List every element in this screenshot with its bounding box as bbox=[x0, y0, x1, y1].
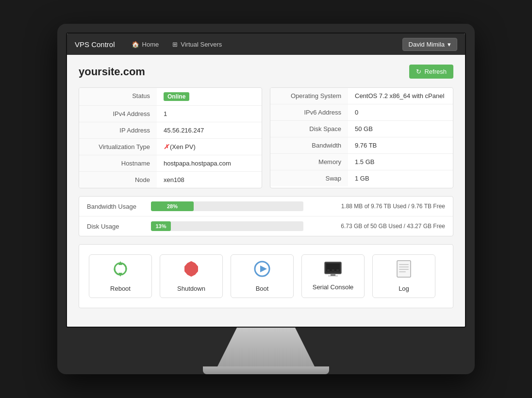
table-row: Memory 1.5 GB bbox=[270, 154, 453, 170]
shutdown-svg bbox=[183, 260, 200, 278]
main-content: yoursite.com ↻ Refresh Status Online bbox=[67, 55, 465, 327]
status-value: Online bbox=[157, 88, 262, 105]
boot-button[interactable]: Boot bbox=[231, 254, 294, 298]
bandwidth-value: 9.76 TB bbox=[348, 137, 453, 153]
svg-rect-13 bbox=[399, 269, 409, 270]
svg-marker-2 bbox=[184, 261, 198, 277]
shutdown-button[interactable]: Shutdown bbox=[160, 254, 223, 298]
disk-progress-container: 13% bbox=[151, 221, 303, 231]
refresh-button[interactable]: ↻ Refresh bbox=[409, 65, 453, 79]
actions-section: Reboot Shutdown bbox=[79, 244, 453, 308]
ipv4-value: 1 bbox=[157, 106, 262, 122]
hostname-label: Hostname bbox=[79, 155, 157, 171]
table-row: Status Online bbox=[79, 88, 262, 106]
log-svg bbox=[397, 260, 411, 278]
log-icon bbox=[397, 260, 411, 280]
boot-icon bbox=[253, 260, 271, 280]
virt-value: ✗(Xen PV) bbox=[157, 139, 262, 155]
svg-rect-14 bbox=[399, 271, 406, 272]
online-badge: Online bbox=[164, 92, 189, 101]
table-row: Operating System CentOS 7.2 x86_64 with … bbox=[270, 88, 453, 104]
navbar: VPS Control 🏠 Home ⊞ Virtual Servers Dav… bbox=[67, 33, 465, 55]
ipv4-label: IPv4 Address bbox=[79, 106, 157, 122]
os-value: CentOS 7.2 x86_64 with cPanel bbox=[348, 88, 453, 104]
xen-icon: ✗ bbox=[164, 143, 169, 150]
disk-usage-row: Disk Usage 13% 6.73 GB of 50 GB Used / 4… bbox=[79, 216, 453, 236]
reboot-button[interactable]: Reboot bbox=[89, 254, 152, 298]
bandwidth-usage-row: Bandwidth Usage 28% 1.88 MB of 9.76 TB U… bbox=[79, 197, 453, 216]
svg-rect-11 bbox=[399, 264, 409, 265]
ip-label: IP Address bbox=[79, 122, 157, 138]
table-row: Swap 1 GB bbox=[270, 170, 453, 186]
ipv6-label: IPv6 Address bbox=[270, 104, 348, 120]
boot-label: Boot bbox=[256, 285, 269, 292]
bandwidth-usage-label: Bandwidth Usage bbox=[87, 203, 145, 210]
svg-rect-12 bbox=[399, 266, 409, 267]
disk-percent-label: 13% bbox=[155, 223, 166, 229]
ipv6-value: 0 bbox=[348, 104, 453, 120]
os-label: Operating System bbox=[270, 88, 348, 104]
swap-value: 1 GB bbox=[348, 170, 453, 186]
svg-rect-7 bbox=[331, 274, 335, 276]
ip-value: 45.56.216.247 bbox=[157, 122, 262, 138]
page-header: yoursite.com ↻ Refresh bbox=[79, 65, 453, 79]
usage-section: Bandwidth Usage 28% 1.88 MB of 9.76 TB U… bbox=[79, 196, 453, 236]
grid-icon: ⊞ bbox=[172, 41, 178, 48]
table-row: Bandwidth 9.76 TB bbox=[270, 137, 453, 154]
table-row: Virtualization Type ✗(Xen PV) bbox=[79, 139, 262, 155]
navbar-brand: VPS Control bbox=[75, 40, 115, 49]
svg-marker-4 bbox=[260, 265, 267, 272]
refresh-icon: ↻ bbox=[416, 68, 421, 75]
dropdown-arrow-icon: ▾ bbox=[448, 41, 451, 48]
serial-console-label: Serial Console bbox=[313, 283, 354, 291]
disk-space-label: Disk Space bbox=[270, 121, 348, 137]
console-svg: _ _ _ bbox=[324, 262, 342, 276]
table-row: IPv4 Address 1 bbox=[79, 106, 262, 122]
table-row: Hostname hostpapa.hostpapa.com bbox=[79, 155, 262, 172]
node-value: xen108 bbox=[157, 172, 262, 188]
disk-space-value: 50 GB bbox=[348, 121, 453, 137]
page-title: yoursite.com bbox=[79, 66, 145, 78]
reboot-icon bbox=[112, 260, 129, 280]
server-info-right: Operating System CentOS 7.2 x86_64 with … bbox=[270, 87, 453, 188]
memory-value: 1.5 GB bbox=[348, 154, 453, 170]
table-row: IP Address 45.56.216.247 bbox=[79, 122, 262, 139]
home-icon: 🏠 bbox=[132, 41, 139, 48]
hostname-value: hostpapa.hostpapa.com bbox=[157, 155, 262, 171]
bandwidth-usage-detail: 1.88 MB of 9.76 TB Used / 9.76 TB Free bbox=[309, 203, 445, 210]
nav-links: 🏠 Home ⊞ Virtual Servers bbox=[125, 33, 402, 55]
monitor-stand bbox=[217, 328, 315, 366]
log-button[interactable]: Log bbox=[372, 254, 435, 298]
boot-svg bbox=[253, 260, 271, 278]
disk-usage-label: Disk Usage bbox=[87, 223, 145, 230]
nav-virtual-servers[interactable]: ⊞ Virtual Servers bbox=[166, 33, 229, 55]
bandwidth-progress-container: 28% bbox=[151, 201, 303, 211]
nav-vs-label: Virtual Servers bbox=[181, 41, 222, 48]
server-info-left: Status Online IPv4 Address 1 IP Address … bbox=[79, 87, 262, 188]
serial-console-button[interactable]: _ _ _ Serial Console bbox=[301, 254, 365, 298]
user-dropdown-button[interactable]: David Mimila ▾ bbox=[402, 38, 457, 51]
table-row: IPv6 Address 0 bbox=[270, 104, 453, 121]
refresh-label: Refresh bbox=[424, 68, 447, 75]
user-name: David Mimila bbox=[409, 41, 445, 48]
monitor-base bbox=[203, 366, 329, 374]
nav-home-label: Home bbox=[142, 41, 159, 48]
status-label: Status bbox=[79, 88, 157, 105]
reboot-label: Reboot bbox=[110, 285, 131, 292]
server-info-grid: Status Online IPv4 Address 1 IP Address … bbox=[79, 87, 453, 188]
table-row: Disk Space 50 GB bbox=[270, 121, 453, 137]
svg-rect-8 bbox=[328, 276, 338, 276]
table-row: Node xen108 bbox=[79, 172, 262, 188]
swap-label: Swap bbox=[270, 170, 348, 186]
bandwidth-progress-bar: 28% bbox=[151, 201, 194, 211]
virt-label: Virtualization Type bbox=[79, 139, 157, 155]
svg-text:_ _ _: _ _ _ bbox=[327, 266, 339, 270]
serial-console-icon: _ _ _ bbox=[324, 262, 342, 279]
navbar-right: David Mimila ▾ bbox=[402, 38, 457, 51]
shutdown-icon bbox=[183, 260, 200, 280]
reboot-svg bbox=[112, 260, 129, 278]
nav-home[interactable]: 🏠 Home bbox=[125, 33, 166, 55]
memory-label: Memory bbox=[270, 154, 348, 170]
shutdown-label: Shutdown bbox=[177, 285, 205, 292]
disk-progress-bar: 13% bbox=[151, 221, 171, 231]
